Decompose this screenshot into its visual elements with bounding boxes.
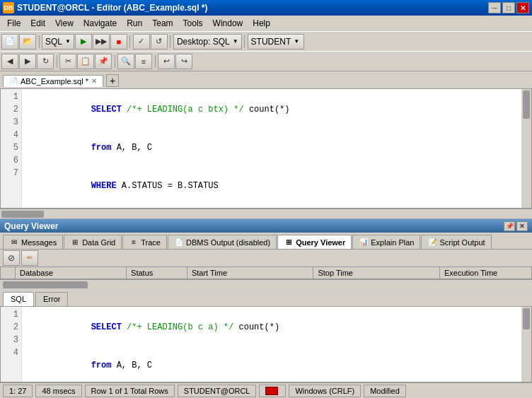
menu-tools[interactable]: Tools bbox=[179, 17, 207, 30]
close-button[interactable]: ✕ bbox=[516, 2, 529, 13]
menu-bar: File Edit View Navigate Run Team Tools W… bbox=[0, 16, 532, 31]
sql-scrollbar[interactable] bbox=[521, 307, 531, 382]
position-value: 1: 27 bbox=[9, 387, 26, 395]
qv-pin-button[interactable]: 📌 bbox=[504, 221, 515, 231]
messages-icon: ✉ bbox=[9, 238, 19, 247]
tab-trace[interactable]: ≡ Trace bbox=[122, 235, 167, 249]
tab-trace-label: Trace bbox=[141, 238, 161, 247]
code-line-1: SELECT /*+ LEADING(a c btx) */ count(*) bbox=[25, 90, 519, 129]
col-start-time[interactable]: Start Time bbox=[187, 267, 313, 279]
menu-window[interactable]: Window bbox=[209, 17, 248, 30]
paste-button[interactable]: 📌 bbox=[95, 54, 112, 69]
line-num-3: 3 bbox=[1, 116, 21, 129]
editor-gutter: 1 2 3 4 5 6 7 bbox=[1, 89, 22, 208]
tab-script-output[interactable]: 📝 Script Output bbox=[421, 235, 491, 249]
tab-data-grid[interactable]: ⊞ Data Grid bbox=[64, 235, 122, 249]
back-button[interactable]: ◀ bbox=[1, 54, 18, 69]
refresh-button[interactable]: ↻ bbox=[37, 54, 54, 69]
user-dropdown-arrow: ▼ bbox=[294, 38, 299, 45]
window-title: STUDENT@ORCL - Editor (ABC_Example.sql *… bbox=[17, 3, 208, 13]
editor-tab-close[interactable]: ✕ bbox=[91, 77, 97, 85]
status-connection: STUDENT@ORCL bbox=[178, 385, 257, 397]
sql-type-dropdown[interactable]: SQL ▼ bbox=[42, 34, 74, 49]
sql-code-line-2: from A, B, C bbox=[25, 346, 519, 382]
menu-edit[interactable]: Edit bbox=[26, 17, 50, 30]
new-tab-button[interactable]: + bbox=[106, 74, 119, 87]
sql-scrollbar-thumb bbox=[523, 308, 530, 329]
editor-content[interactable]: SELECT /*+ LEADING(a c btx) */ count(*) … bbox=[22, 89, 521, 208]
menu-team[interactable]: Team bbox=[148, 17, 177, 30]
editor-scrollbar-thumb bbox=[523, 90, 530, 119]
sql-tab-error[interactable]: Error bbox=[35, 292, 68, 306]
minimize-button[interactable]: ─ bbox=[488, 2, 501, 13]
editor-tab-bar: 📄 ABC_Example.sql * ✕ + bbox=[0, 71, 532, 88]
separator-3 bbox=[168, 34, 173, 49]
editor-hscroll[interactable] bbox=[0, 209, 532, 218]
toolbar-row-2: ◀ ▶ ↻ ✂ 📋 📌 🔍 ≡ ↩ ↪ bbox=[0, 51, 532, 71]
maximize-button[interactable]: □ bbox=[502, 2, 515, 13]
desktop-dropdown[interactable]: Desktop: SQL ▼ bbox=[173, 34, 242, 49]
filter-clear-button[interactable]: ✏ bbox=[21, 250, 38, 266]
tab-dbms-output[interactable]: 📄 DBMS Output (disabled) bbox=[168, 235, 277, 249]
line-ending-value: Windows (CRLF) bbox=[295, 387, 354, 395]
code-line-2: from A, B, C bbox=[25, 129, 519, 167]
col-database[interactable]: Database bbox=[16, 267, 127, 279]
col-indicator bbox=[1, 267, 16, 279]
table-hscroll-thumb bbox=[3, 281, 88, 288]
separator-1 bbox=[37, 34, 41, 49]
status-bar: 1: 27 48 msecs Row 1 of 1 Total Rows STU… bbox=[0, 382, 532, 398]
tab-explain-plan-label: Explain Plan bbox=[371, 238, 414, 247]
status-exec-time: 48 msecs bbox=[35, 385, 81, 397]
menu-run[interactable]: Run bbox=[122, 17, 146, 30]
open-button[interactable]: 📂 bbox=[19, 34, 36, 49]
qv-filter-toolbar: ⊘ ✏ bbox=[0, 250, 532, 267]
qv-close-button[interactable]: ✕ bbox=[516, 221, 528, 231]
run-script-button[interactable]: ▶▶ bbox=[93, 34, 110, 49]
line-num-4: 4 bbox=[1, 129, 21, 141]
sql-tab-sql[interactable]: SQL bbox=[3, 292, 34, 306]
query-viewer-title: Query Viewer bbox=[4, 221, 59, 231]
filter-button[interactable]: ⊘ bbox=[3, 250, 20, 266]
sql-viewer[interactable]: 1 2 3 4 SELECT /*+ LEADING(b c a) */ cou… bbox=[0, 306, 532, 382]
editor-scrollbar[interactable] bbox=[521, 89, 531, 208]
sql-gutter: 1 2 3 4 bbox=[1, 307, 22, 382]
col-stop-time[interactable]: Stop Time bbox=[313, 267, 440, 279]
copy-button[interactable]: 📋 bbox=[77, 54, 94, 69]
new-button[interactable]: 📄 bbox=[1, 34, 18, 49]
run-button[interactable]: ▶ bbox=[75, 34, 92, 49]
sql-tab-sql-label: SQL bbox=[11, 295, 26, 303]
col-status[interactable]: Status bbox=[127, 267, 187, 279]
tab-messages-label: Messages bbox=[21, 238, 57, 247]
forward-button[interactable]: ▶ bbox=[19, 54, 36, 69]
format-button[interactable]: ≡ bbox=[135, 54, 152, 69]
commit-button[interactable]: ✓ bbox=[133, 34, 150, 49]
tab-messages[interactable]: ✉ Messages bbox=[3, 235, 63, 249]
menu-navigate[interactable]: Navigate bbox=[79, 17, 121, 30]
menu-help[interactable]: Help bbox=[248, 17, 274, 30]
editor[interactable]: 1 2 3 4 5 6 7 SELECT /*+ LEADING(a c btx… bbox=[0, 88, 532, 209]
menu-view[interactable]: View bbox=[51, 17, 78, 30]
undo-button[interactable]: ↩ bbox=[158, 54, 175, 69]
sql-code-line-1: SELECT /*+ LEADING(b c a) */ count(*) bbox=[25, 308, 519, 346]
col-exec-time[interactable]: Execution Time bbox=[440, 267, 532, 279]
stop-button[interactable]: ■ bbox=[110, 34, 127, 49]
cut-button[interactable]: ✂ bbox=[59, 54, 76, 69]
editor-section: 📄 ABC_Example.sql * ✕ + 1 2 3 4 5 6 7 SE… bbox=[0, 71, 532, 218]
tab-query-viewer[interactable]: ⊞ Query Viewer bbox=[277, 235, 352, 249]
line-num-7: 7 bbox=[1, 167, 21, 180]
find-button[interactable]: 🔍 bbox=[117, 54, 134, 69]
editor-tab-abc[interactable]: 📄 ABC_Example.sql * ✕ bbox=[3, 75, 103, 87]
editor-hscroll-thumb bbox=[1, 211, 44, 218]
tab-explain-plan[interactable]: 📊 Explain Plan bbox=[352, 235, 420, 249]
rollback-button[interactable]: ↺ bbox=[151, 34, 168, 49]
query-viewer-title-bar: Query Viewer 📌 ✕ bbox=[0, 218, 532, 233]
editor-tab-icon: 📄 bbox=[9, 77, 18, 85]
separator-5 bbox=[54, 54, 59, 69]
redo-button[interactable]: ↪ bbox=[175, 54, 192, 69]
menu-file[interactable]: File bbox=[3, 17, 25, 30]
editor-tab-label: ABC_Example.sql * bbox=[21, 77, 88, 86]
status-modified: Modified bbox=[364, 385, 406, 397]
query-viewer-table: Database Status Start Time Stop Time Exe… bbox=[0, 267, 532, 279]
table-hscroll[interactable] bbox=[0, 279, 532, 289]
user-dropdown[interactable]: STUDENT ▼ bbox=[248, 34, 304, 49]
